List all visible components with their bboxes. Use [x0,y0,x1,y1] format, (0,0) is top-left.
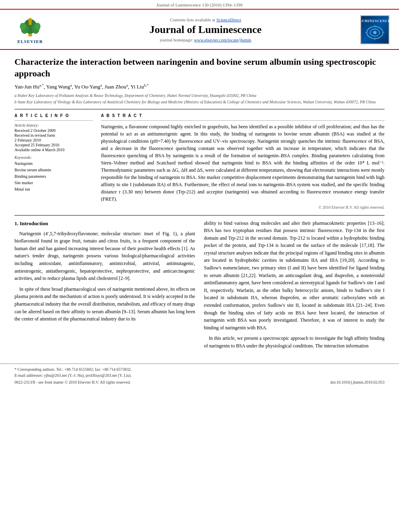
svg-point-4 [20,23,26,30]
body-col2-p1: ability to bind various drug molecules a… [204,220,385,332]
top-metadata-bar: Journal of Luminescence 130 (2010) 1394–… [0,0,399,9]
badge-label: LUMINESCENCE [359,19,390,23]
elsevier-tree-icon [16,16,44,38]
footer-area: * Corresponding authors. Tel.: +86 714 6… [0,364,399,388]
svg-point-5 [35,23,41,30]
history-label: Article history: [14,123,93,127]
badge-image [365,25,385,41]
elsevier-label: ELSEVIER [17,39,43,44]
keyword-1: Naringenin [14,160,93,167]
header-center: Contents lists available at ScienceDirec… [52,17,359,42]
received-date: Received 2 October 2009 [14,128,93,133]
author-sep1: , Yang Wang [44,84,70,90]
elsevier-logo-area: ELSEVIER [8,16,52,44]
header-divider [14,109,385,109]
page-wrapper: Journal of Luminescence 130 (2010) 1394–… [0,0,399,388]
received-revised-label: Received in revised form [14,133,93,138]
body-col1-p2: In spite of these broad pharmacological … [14,286,195,323]
body-divider [14,215,385,216]
svg-rect-7 [29,21,31,25]
abstract-text: Naringenin, a flavanone compound highly … [101,123,385,203]
author-sep3: , Juan Zhou [102,84,126,90]
keywords-list: Naringenin Bovine serum albumin Binding … [14,160,93,193]
keyword-5: Metal ion [14,186,93,193]
affiliation-a: a Hubei Key Laboratory of Pollutant Anal… [14,93,385,99]
issn-text: 0022-2313/$ - see front matter © 2010 El… [14,380,131,384]
keyword-3: Binding parameters [14,173,93,180]
abstract-heading: A B S T R A C T [101,113,385,118]
keyword-2: Bovine serum albumin [14,167,93,173]
author-sep4: , Yi Liu [128,84,144,90]
author-sep2: , Yu Ou-Yang [72,84,101,90]
info-divider [14,120,93,121]
affil-star-2: * [147,83,149,87]
history-group: Article history: Received 2 October 2009… [14,123,93,152]
authors-line: Yan-Jun Hua,*, Yang Wanga, Yu Ou-Yanga, … [14,83,385,90]
abstract-column: A B S T R A C T Naringenin, a flavanone … [101,113,385,210]
journal-title: Journal of Luminescence [52,24,359,36]
footnote-corresponding: * Corresponding authors. Tel.: +86 714 6… [14,366,385,372]
abstract-divider [101,120,385,121]
footnote-emails: E-mail addresses: yjhu@263.net (Y.-J. Hu… [14,372,385,378]
keywords-label: Keywords: [14,155,93,160]
body-col-left: 1. Introduction Naringenin (4′,5,7-trihy… [14,220,195,353]
accepted-date: Accepted 25 February 2010 [14,143,93,147]
sciencedirect-link[interactable]: ScienceDirect [216,17,241,22]
abstract-paragraph: Naringenin, a flavanone compound highly … [101,123,385,203]
article-info-heading: A R T I C L E I N F O [14,113,93,118]
contents-available-line: Contents lists available at ScienceDirec… [52,17,359,22]
body-section: 1. Introduction Naringenin (4′,5,7-trihy… [14,220,385,353]
main-content: Characterize the interaction between nar… [0,50,399,359]
body-col1-p1: Naringenin (4′,5,7-trihydroxyflavonone; … [14,230,195,282]
body-col2-p2: In this article, we present a spectrosco… [204,335,385,349]
luminescence-badge: LUMINESCENCE [360,15,389,44]
article-title: Characterize the interaction between nar… [14,56,385,79]
doi-text: doi:10.1016/j.jlumin.2010.02.053 [330,380,385,384]
info-abstract-section: A R T I C L E I N F O Article history: R… [14,113,385,210]
affiliation-b: b State Key Laboratory of Virology & Key… [14,99,385,105]
homepage-line: journal homepage: www.elsevier.com/locat… [52,37,359,42]
luminescence-badge-area: LUMINESCENCE [359,14,391,46]
journal-header: ELSEVIER Contents lists available at Sci… [0,9,399,50]
article-info-column: A R T I C L E I N F O Article history: R… [14,113,93,210]
svg-point-6 [28,18,32,21]
keywords-group: Keywords: Naringenin Bovine serum albumi… [14,155,93,193]
received-revised-date: 2 February 2010 [14,138,93,142]
copyright-line: © 2010 Elsevier B.V. All rights reserved… [101,205,385,210]
homepage-link[interactable]: www.elsevier.com/locate/jlumin [194,37,251,42]
keyword-4: Site marker [14,180,93,186]
author-super-b: b, [144,83,147,87]
elsevier-logo: ELSEVIER [16,16,44,44]
section1-title: 1. Introduction [14,220,195,228]
author-yanjun: Yan-Jun Hu [14,84,39,90]
body-col-right: ability to bind various drug molecules a… [204,220,385,353]
available-date: Available online 4 March 2010 [14,148,93,152]
footer-bottom: 0022-2313/$ - see front matter © 2010 El… [14,380,385,384]
journal-metadata: Journal of Luminescence 130 (2010) 1394–… [156,2,243,7]
svg-point-10 [373,31,376,34]
